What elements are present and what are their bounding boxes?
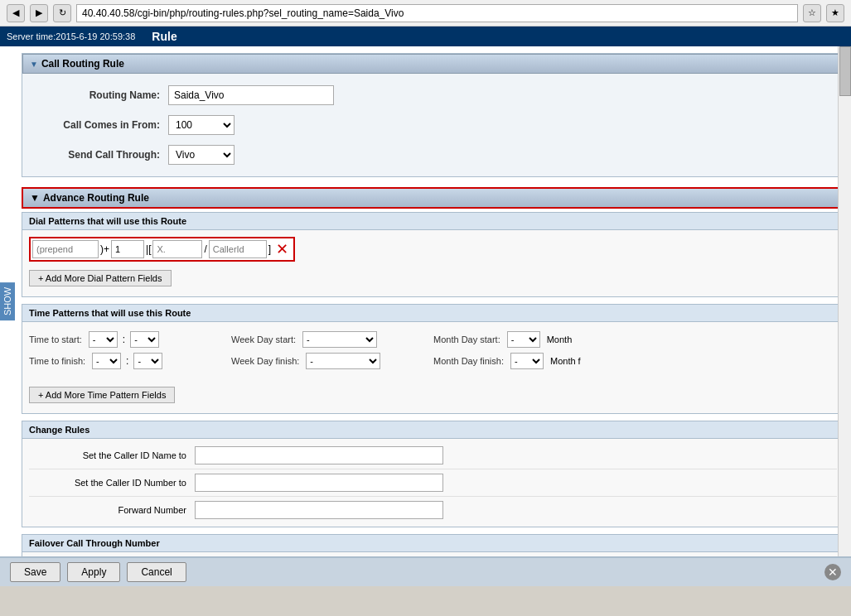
- caller-id-name-input[interactable]: [195, 446, 443, 464]
- advance-arrow-icon: ▼: [30, 192, 40, 204]
- week-finish-select[interactable]: -: [306, 353, 380, 369]
- save-button[interactable]: Save: [10, 562, 60, 582]
- prepend-input[interactable]: [32, 240, 99, 258]
- caller-id-number-input[interactable]: [195, 474, 443, 492]
- server-time-bar: Server time:2015-6-19 20:59:38 Rule: [0, 26, 851, 46]
- month-finish-label: Month Day finish:: [433, 356, 504, 366]
- content-area: ▼ Call Routing Rule Routing Name: Call C…: [15, 46, 851, 556]
- show-tab[interactable]: SHOW: [0, 282, 15, 320]
- forward-number-row: Forward Number: [29, 497, 837, 523]
- bottom-bar: Save Apply Cancel ✕: [0, 556, 851, 586]
- add-time-pattern-button[interactable]: + Add More Time Pattern Fields: [29, 387, 175, 403]
- time-patterns-box: Time Patterns that will use this Route T…: [22, 304, 844, 414]
- time-middle-col: Week Day start: - Week Day finish: -: [231, 329, 413, 372]
- month-start-label: Month Day start:: [433, 334, 500, 344]
- plus-bracket-sign: )+: [99, 243, 111, 255]
- month-finish-select[interactable]: -: [510, 353, 544, 369]
- time-start-label: Time to start:: [29, 334, 82, 344]
- time-start-min-select[interactable]: -: [130, 331, 159, 348]
- dial-pattern-row: )+ |[ / ] ✕: [29, 237, 295, 262]
- advance-routing-rule-title: Advance Routing Rule: [43, 192, 149, 204]
- caller-id-number-row: Set the Caller ID Number to: [29, 469, 837, 497]
- call-routing-rule-section: ▼ Call Routing Rule Routing Name: Call C…: [22, 53, 844, 177]
- time-patterns-header: Time Patterns that will use this Route: [22, 305, 844, 322]
- month-start-select[interactable]: -: [507, 331, 540, 348]
- slash-sign: /: [202, 243, 208, 255]
- page-title-inline: Rule: [152, 30, 176, 43]
- close-icon: ✕: [828, 565, 838, 579]
- advance-routing-rule-section: ▼ Advance Routing Rule Dial Patterns tha…: [22, 187, 844, 556]
- advance-routing-rule-header[interactable]: ▼ Advance Routing Rule: [22, 187, 844, 209]
- callerid-input[interactable]: [209, 240, 267, 258]
- week-start-row: Week Day start: -: [231, 329, 413, 350]
- main-container: SHOW ▼ Call Routing Rule Routing Name: C…: [0, 46, 851, 556]
- month-label-right: Month: [544, 334, 573, 344]
- close-overlay-button[interactable]: ✕: [824, 564, 841, 580]
- call-comes-label: Call Comes in From:: [36, 119, 168, 131]
- star-button[interactable]: ★: [826, 4, 844, 22]
- send-call-label: Send Call Through:: [36, 149, 168, 161]
- time-patterns-content: Time to start: - : - Time to finish: - :…: [22, 322, 844, 413]
- time-start-colon: :: [121, 334, 127, 345]
- match-pattern-input[interactable]: [152, 240, 202, 258]
- time-patterns-grid: Time to start: - : - Time to finish: - :…: [29, 329, 837, 372]
- send-call-select[interactable]: Vivo Other: [168, 145, 235, 165]
- caller-id-name-row: Set the Caller ID Name to: [29, 442, 837, 469]
- month-f-label: Month f: [547, 356, 581, 366]
- time-left-col: Time to start: - : - Time to finish: - :…: [29, 329, 211, 372]
- month-start-row: Month Day start: - Month: [433, 329, 599, 350]
- time-finish-min-select[interactable]: -: [133, 353, 162, 369]
- time-right-col: Month Day start: - Month Month Day finis…: [433, 329, 599, 372]
- send-call-row: Send Call Through: Vivo Other: [36, 140, 830, 170]
- routing-name-input[interactable]: [168, 85, 334, 105]
- time-finish-colon: :: [124, 355, 130, 367]
- caller-id-name-label: Set the Caller ID Name to: [29, 450, 195, 460]
- dial-patterns-content: )+ |[ / ] ✕ + Add More Dial Pattern Fiel…: [22, 230, 844, 296]
- time-finish-row: Time to finish: - : -: [29, 350, 211, 372]
- routing-name-label: Routing Name:: [36, 89, 168, 101]
- failover-box: Failover Call Through Number Add a Failo…: [22, 534, 844, 556]
- time-start-row: Time to start: - : -: [29, 329, 211, 350]
- close-bracket-sign: ]: [267, 243, 273, 255]
- call-routing-rule-header[interactable]: ▼ Call Routing Rule: [22, 54, 844, 74]
- time-finish-label: Time to finish:: [29, 356, 85, 366]
- week-finish-label: Week Day finish:: [231, 356, 299, 366]
- arrow-icon: ▼: [30, 60, 38, 69]
- scroll-thumb[interactable]: [839, 46, 851, 96]
- failover-header: Failover Call Through Number: [22, 535, 844, 552]
- call-comes-select[interactable]: 100 200: [168, 115, 235, 135]
- dial-patterns-header: Dial Patterns that will use this Route: [22, 213, 844, 230]
- forward-number-label: Forward Number: [29, 505, 195, 515]
- routing-name-row: Routing Name:: [36, 80, 830, 110]
- forward-number-input[interactable]: [195, 501, 443, 519]
- change-rules-header: Change Rules: [22, 421, 844, 439]
- url-input[interactable]: [76, 4, 798, 22]
- call-routing-rule-title: Call Routing Rule: [41, 58, 124, 70]
- reload-button[interactable]: ↻: [53, 4, 71, 22]
- server-time-label: Server time:2015-6-19 20:59:38: [7, 31, 135, 41]
- time-start-hour-select[interactable]: -: [89, 331, 118, 348]
- call-comes-row: Call Comes in From: 100 200: [36, 110, 830, 140]
- forward-button[interactable]: ▶: [30, 4, 48, 22]
- month-finish-row: Month Day finish: - Month f: [433, 350, 599, 372]
- cancel-button[interactable]: Cancel: [127, 562, 186, 582]
- scroll-track[interactable]: [838, 46, 851, 556]
- week-finish-row: Week Day finish: -: [231, 350, 413, 372]
- change-rules-content: Set the Caller ID Name to Set the Caller…: [22, 439, 844, 527]
- week-start-select[interactable]: -: [302, 331, 377, 348]
- bookmark-button[interactable]: ☆: [803, 4, 821, 22]
- caller-id-number-label: Set the Caller ID Number to: [29, 478, 195, 488]
- prefix-input[interactable]: [111, 240, 144, 258]
- dial-patterns-box: Dial Patterns that will use this Route )…: [22, 212, 844, 297]
- time-finish-hour-select[interactable]: -: [92, 353, 121, 369]
- apply-button[interactable]: Apply: [67, 562, 120, 582]
- call-routing-rule-content: Routing Name: Call Comes in From: 100 20…: [22, 74, 844, 176]
- week-start-label: Week Day start:: [231, 334, 296, 344]
- pipe-sign: |[: [144, 243, 152, 255]
- add-dial-pattern-button[interactable]: + Add More Dial Pattern Fields: [29, 270, 172, 286]
- back-button[interactable]: ◀: [7, 4, 25, 22]
- change-rules-box: Change Rules Set the Caller ID Name to S…: [22, 421, 844, 527]
- browser-bar: ◀ ▶ ↻ ☆ ★: [0, 0, 851, 26]
- delete-icon[interactable]: ✕: [273, 240, 292, 258]
